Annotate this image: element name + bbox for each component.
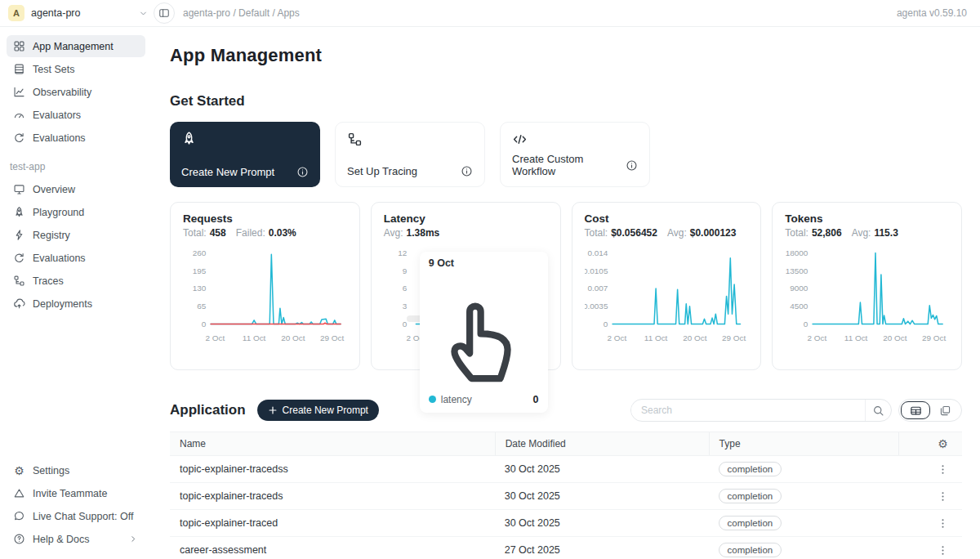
get-started-card-create-new-prompt[interactable]: Create New Prompt	[170, 122, 320, 187]
cell-name: career-assessment	[170, 544, 495, 556]
stat-card-metrics: Total:$0.056452Avg:$0.000123	[585, 227, 749, 239]
sidebar-item-playground[interactable]: Playground	[7, 201, 145, 223]
search-input[interactable]	[631, 405, 865, 416]
get-started-card-set-up-tracing[interactable]: Set Up Tracing	[335, 122, 485, 187]
sidebar-item-settings[interactable]: ⚙Settings	[7, 459, 145, 481]
sidebar-item-help-docs[interactable]: Help & Docs	[7, 528, 145, 550]
cell-type: completion	[709, 489, 899, 503]
svg-text:20 Oct: 20 Oct	[883, 333, 907, 342]
kebab-icon[interactable]	[937, 544, 949, 557]
get-started-cards: Create New PromptSet Up TracingCreate Cu…	[170, 122, 962, 187]
gear-icon[interactable]: ⚙	[937, 438, 949, 450]
search-icon[interactable]	[865, 400, 891, 421]
svg-text:0.0035: 0.0035	[585, 302, 608, 311]
cost-chart[interactable]: 0.0140.01050.0070.003502 Oct11 Oct20 Oct…	[585, 245, 749, 347]
latency-chart[interactable]: 1296302 Oct11 Oct20 Oct29 Oct9 Octlatenc…	[384, 245, 548, 347]
sidebar-item-label: Traces	[33, 275, 64, 287]
table-row-topic-explainer-traced[interactable]: topic-explainer-traced30 Oct 2025complet…	[170, 510, 962, 537]
tokens-chart[interactable]: 18000135009000450002 Oct11 Oct20 Oct29 O…	[785, 245, 949, 347]
svg-text:3: 3	[403, 302, 408, 311]
kebab-icon[interactable]	[937, 490, 949, 503]
create-new-prompt-button[interactable]: Create New Prompt	[257, 400, 379, 421]
svg-text:130: 130	[193, 284, 207, 293]
workspace-selector[interactable]: A agenta-pro	[8, 5, 149, 21]
arrows-clockwise-icon	[13, 132, 25, 144]
cell-name: topic-explainer-traceds	[170, 490, 495, 502]
gear-icon: ⚙	[13, 464, 25, 476]
cloud-arrow-up-icon	[13, 297, 25, 310]
card-footer: Set Up Tracing	[347, 165, 473, 177]
column-header-type: Type	[709, 432, 899, 455]
sidebar-group-label: test-app	[10, 161, 142, 172]
breadcrumb: agenta-pro / Default / Apps	[183, 7, 300, 19]
sidebar-footer-nav: ⚙SettingsInvite TeammateLive Chat Suppor…	[7, 459, 145, 551]
svg-text:6: 6	[403, 284, 408, 293]
sidebar-main-nav: App ManagementTest SetsObservabilityEval…	[7, 35, 145, 150]
stat-card-cost: CostTotal:$0.056452Avg:$0.0001230.0140.0…	[572, 202, 762, 370]
sidebar-item-observability[interactable]: Observability	[7, 81, 145, 103]
chevron-down-icon	[138, 8, 149, 19]
sidebar-item-deployments[interactable]: Deployments	[7, 293, 145, 315]
svg-text:0.007: 0.007	[587, 284, 608, 293]
sidebar-item-traces[interactable]: Traces	[7, 270, 145, 292]
info-icon[interactable]	[461, 165, 473, 177]
svg-text:18000: 18000	[786, 248, 808, 257]
sidebar-toggle-button[interactable]	[154, 2, 175, 24]
column-settings: ⚙	[898, 432, 962, 455]
sidebar-item-app-management[interactable]: App Management	[7, 35, 145, 57]
svg-text:11 Oct: 11 Oct	[243, 333, 266, 342]
get-started-card-create-custom-workflow[interactable]: Create Custom Workflow	[500, 122, 650, 187]
column-header-name: Name	[170, 438, 495, 449]
metric-avg: Avg:1.38ms	[384, 227, 440, 239]
metric-total: Total:$0.056452	[585, 227, 657, 239]
stat-card-title: Tokens	[785, 212, 949, 225]
table-view-button[interactable]	[901, 401, 930, 419]
svg-text:29 Oct: 29 Oct	[922, 333, 947, 342]
sidebar: App ManagementTest SetsObservabilityEval…	[0, 27, 152, 559]
series-dot	[429, 396, 436, 403]
type-badge: completion	[719, 462, 782, 476]
info-icon[interactable]	[626, 159, 638, 172]
svg-text:9000: 9000	[791, 284, 809, 293]
page-title: App Management	[170, 45, 962, 66]
workspace-name: agenta-pro	[31, 7, 80, 19]
column-header-date-modified: Date Modified	[495, 432, 709, 455]
sidebar-item-registry[interactable]: Registry	[7, 224, 145, 246]
card-view-button[interactable]	[930, 401, 960, 419]
svg-text:11 Oct: 11 Oct	[644, 333, 667, 342]
chevron-right-icon	[128, 534, 139, 544]
info-icon[interactable]	[296, 166, 309, 178]
table-row-topic-explainer-tracedss[interactable]: topic-explainer-tracedss30 Oct 2025compl…	[170, 456, 962, 483]
svg-text:11 Oct: 11 Oct	[844, 333, 868, 342]
kebab-icon[interactable]	[937, 463, 949, 476]
sidebar-item-label: Invite Teammate	[33, 488, 107, 499]
version-label: agenta v0.59.10	[897, 7, 967, 19]
cell-type: completion	[709, 462, 899, 476]
sidebar-item-evaluations[interactable]: Evaluations	[7, 247, 145, 269]
table-row-career-assessment[interactable]: career-assessment27 Oct 2025completion	[170, 537, 962, 559]
svg-text:0: 0	[804, 320, 808, 329]
sidebar-item-evaluations[interactable]: Evaluations	[7, 127, 145, 149]
card-footer: Create New Prompt	[181, 166, 309, 178]
stats-cards: RequestsTotal:458Failed:0.03%26019513065…	[170, 202, 962, 370]
svg-text:0: 0	[202, 320, 207, 329]
cell-actions	[898, 490, 962, 503]
table-row-topic-explainer-traceds[interactable]: topic-explainer-traceds30 Oct 2025comple…	[170, 483, 962, 510]
sidebar-item-invite-teammate[interactable]: Invite Teammate	[7, 482, 145, 504]
svg-text:0: 0	[403, 320, 408, 329]
sidebar-item-label: Evaluations	[33, 253, 86, 264]
sidebar-item-evaluators[interactable]: Evaluators	[7, 104, 145, 126]
requests-chart[interactable]: 2601951306502 Oct11 Oct20 Oct29 Oct	[183, 245, 347, 347]
sidebar-item-label: Test Sets	[33, 64, 74, 75]
table-icon	[13, 63, 25, 75]
svg-text:9: 9	[403, 266, 408, 275]
stat-card-title: Requests	[183, 212, 347, 225]
sidebar-item-label: Registry	[33, 230, 70, 241]
svg-text:20 Oct: 20 Oct	[281, 333, 305, 342]
sidebar-item-test-sets[interactable]: Test Sets	[7, 58, 145, 80]
card-label: Create Custom Workflow	[512, 153, 626, 177]
sidebar-item-live-chat-support-off[interactable]: Live Chat Support: Off	[7, 505, 145, 527]
sidebar-item-overview[interactable]: Overview	[7, 178, 145, 200]
kebab-icon[interactable]	[937, 517, 949, 530]
grid-icon	[13, 40, 25, 52]
